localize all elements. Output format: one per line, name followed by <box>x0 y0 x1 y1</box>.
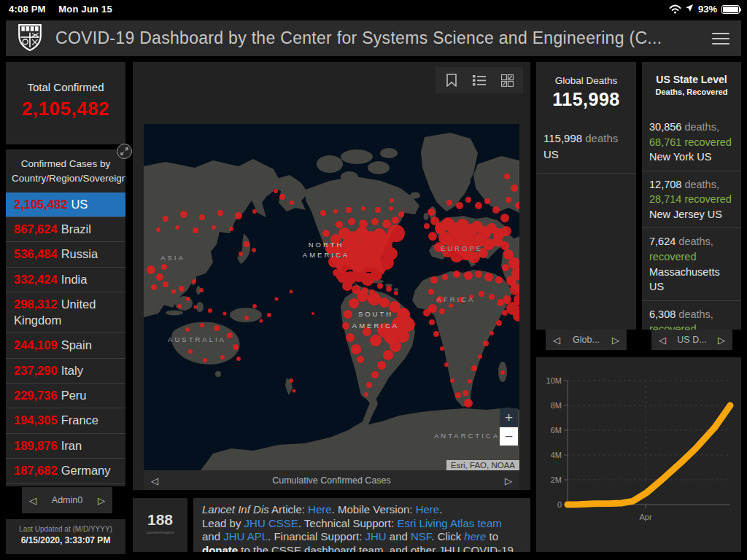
state-list-item[interactable]: 30,856 deaths, 68,761 recovered New York… <box>642 114 741 171</box>
pager-label: Glob... <box>573 335 600 345</box>
ytick-0: 0 <box>557 500 562 509</box>
pager-next-icon[interactable]: ▷ <box>505 475 512 486</box>
footer-link[interactable]: JHU <box>365 530 386 542</box>
admin-level-pager: ◁ Admin0 ▷ <box>22 487 112 513</box>
footer-text: and <box>202 530 223 542</box>
footer-text: and <box>387 530 411 542</box>
status-time: 4:08 PM <box>9 4 46 15</box>
pager-next-icon[interactable]: ▷ <box>612 335 619 346</box>
state-deaths: 12,708 <box>649 179 681 190</box>
footer-link[interactable]: NSF <box>411 530 431 542</box>
country-row-iran[interactable]: 189,876Iran <box>6 434 125 459</box>
world-map[interactable]: ASIA NORTH AMERICA EUROPE AFRICA SOUTH A… <box>144 124 519 470</box>
label-north-america-1: NORTH <box>309 241 344 249</box>
hamburger-menu-icon[interactable] <box>712 33 729 44</box>
footer-link[interactable]: Here <box>308 503 332 516</box>
country-name: Brazil <box>61 222 91 236</box>
expand-icon[interactable] <box>117 144 132 159</box>
location-arrow-icon <box>686 4 694 15</box>
xtick-apr: Apr <box>639 513 651 521</box>
confirmed-trend-chart-panel: 0 2M 4M 6M 8M 10M Apr ◁ Confirmed ▷ <box>536 357 741 552</box>
country-count: 194,305 <box>14 413 58 427</box>
country-row-russia[interactable]: 536,484Russia <box>6 242 125 267</box>
country-count: 2,105,482 <box>14 198 67 211</box>
country-name: Germany <box>61 464 111 477</box>
pager-prev-icon[interactable]: ◁ <box>151 475 158 486</box>
pager-prev-icon[interactable]: ◁ <box>553 335 560 346</box>
footer-link[interactable]: here <box>464 530 486 542</box>
wifi-icon <box>669 4 681 14</box>
pager-label: Admin0 <box>52 495 82 505</box>
country-row-us[interactable]: 2,105,482US <box>6 192 125 217</box>
state-region: New York US <box>649 151 711 163</box>
deaths-word: deaths, <box>684 179 719 190</box>
info-credits-panel: Lancet Inf Dis Article: Here. Mobile Ver… <box>193 498 530 552</box>
battery-icon <box>721 5 740 14</box>
country-row-peru[interactable]: 229,736Peru <box>6 384 125 408</box>
countries-count-panel: 188 countries/regions <box>133 498 187 552</box>
country-row-spain[interactable]: 244,109Spain <box>6 333 125 358</box>
country-row-france[interactable]: 194,305France <box>6 408 125 433</box>
country-count: 237,290 <box>14 364 58 377</box>
basemap-grid-icon[interactable] <box>498 71 516 89</box>
footer-text: Lead by <box>202 517 244 529</box>
zoom-out-button[interactable]: − <box>500 427 518 446</box>
zoom-in-button[interactable]: + <box>500 408 518 427</box>
total-confirmed-panel: Total Confirmed 2,105,482 <box>6 62 125 144</box>
global-deaths-title: Global Deaths <box>536 62 636 86</box>
state-deaths: 6,308 <box>649 308 676 320</box>
bookmark-icon[interactable] <box>443 71 460 89</box>
country-count: 867,624 <box>14 222 58 236</box>
pager-next-icon[interactable]: ▷ <box>98 495 105 506</box>
global-deaths-value: 115,998 <box>536 89 636 110</box>
state-list-item[interactable]: 7,624 deaths, recovered Massachusetts US <box>642 228 741 300</box>
country-count: 244,109 <box>14 338 58 351</box>
state-recovered: recovered <box>649 323 696 330</box>
label-australia: AUSTRALIA <box>168 335 226 343</box>
countries-count-label: countries/regions <box>133 530 187 534</box>
pager-prev-icon[interactable]: ◁ <box>659 335 666 346</box>
country-row-germany[interactable]: 187,682Germany <box>6 459 125 483</box>
label-asia: ASIA <box>160 254 185 262</box>
label-south-america-2: AMERICA <box>352 322 399 330</box>
country-name: Spain <box>61 338 92 351</box>
countries-panel: Confirmed Cases by Country/Region/Sovere… <box>6 149 125 486</box>
footer-text: . Financial Support: <box>268 530 365 542</box>
country-row-united-kingdom[interactable]: 298,312United Kingdom <box>6 292 125 333</box>
country-name: US <box>71 198 88 211</box>
deaths-word: deaths, <box>678 236 713 247</box>
map-panel: ASIA NORTH AMERICA EUROPE AFRICA SOUTH A… <box>133 62 530 490</box>
state-region: New Jersey US <box>649 209 722 220</box>
footer-text: Lancet Inf Dis <box>202 503 269 516</box>
footer-link[interactable]: JHU CSSE <box>244 517 298 529</box>
page-title: COVID-19 Dashboard by the Center for Sys… <box>55 28 712 48</box>
state-recovered: 68,761 recovered <box>649 136 732 148</box>
country-row-brazil[interactable]: 867,624Brazil <box>6 217 125 242</box>
deaths-value: 115,998 <box>543 132 582 144</box>
state-list-item[interactable]: 12,708 deaths, 28,714 recovered New Jers… <box>642 171 741 229</box>
legend-list-icon[interactable] <box>471 71 488 89</box>
pager-prev-icon[interactable]: ◁ <box>29 495 36 506</box>
ytick-8m: 8M <box>551 401 562 410</box>
total-confirmed-value: 2,105,482 <box>6 98 125 120</box>
pager-next-icon[interactable]: ▷ <box>718 335 725 346</box>
footer-text: to the CSSE dashboard team, and other JH… <box>202 544 514 553</box>
footer-text: . Mobile Version: <box>332 503 416 516</box>
footer-link[interactable]: JHU APL <box>223 530 268 542</box>
state-list-item[interactable]: 6,308 deaths, recovered Illinois US <box>642 301 741 330</box>
us-state-level-panel: US State Level Deaths, Recovered 30,856 … <box>642 62 741 330</box>
label-africa: AFRICA <box>437 295 476 303</box>
jhu-shield-logo <box>18 23 42 54</box>
footer-link[interactable]: Esri Living Atlas team <box>397 517 501 529</box>
deaths-list-item[interactable]: 115,998 deaths US <box>536 131 636 174</box>
country-row-italy[interactable]: 237,290Italy <box>6 359 125 384</box>
country-row-india[interactable]: 332,424India <box>6 268 125 292</box>
footer-link[interactable]: Here <box>416 503 440 516</box>
map-attribution: Esri, FAO, NOAA <box>446 460 519 470</box>
last-updated-value: 6/15/2020, 3:33:07 PM <box>6 535 125 545</box>
last-updated-panel: Last Updated at (M/D/YYYY) 6/15/2020, 3:… <box>6 519 125 554</box>
country-count: 229,736 <box>14 389 58 402</box>
status-time-date: 4:08 PM Mon Jun 15 <box>9 4 112 15</box>
deaths-word: deaths, <box>678 308 713 320</box>
pager-label: US D... <box>677 335 706 345</box>
